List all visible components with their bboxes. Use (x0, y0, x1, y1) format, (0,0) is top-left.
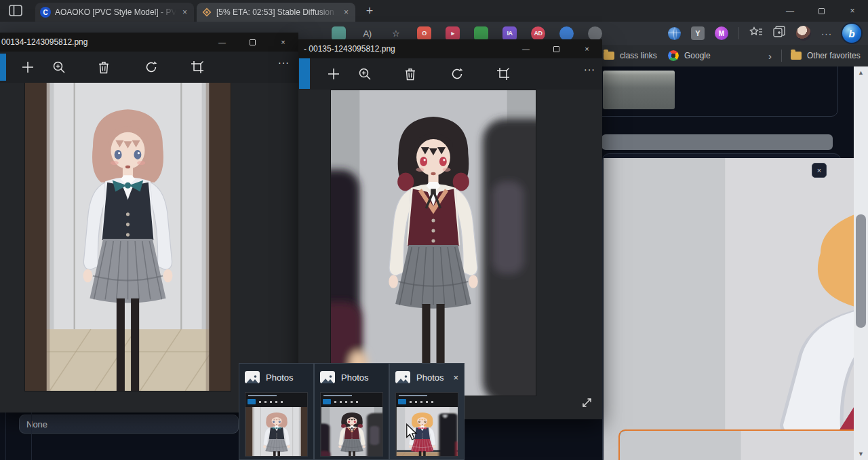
blue-extension-icon[interactable] (559, 26, 574, 41)
settings-more-icon[interactable]: ··· (821, 28, 832, 39)
favorite-google[interactable]: Google (668, 45, 711, 66)
teal-extension-icon[interactable] (332, 26, 346, 41)
preview-app-label: Photos (416, 372, 443, 383)
sd-style-dropdown[interactable]: None (19, 415, 239, 434)
sd-gallery-close-button[interactable]: × (812, 163, 827, 178)
desktop: C AOAOKO [PVC Style Model] - PV × [5% ET… (0, 0, 868, 460)
maximize-button[interactable] (541, 39, 572, 58)
gray-extension-icon[interactable] (588, 26, 602, 41)
other-favorites-label: Other favorites (807, 51, 861, 60)
page-scrollbar[interactable]: ▲ ▼ (854, 66, 868, 460)
taskbar-preview-photos-1[interactable]: Photos (239, 363, 314, 460)
mini-see-all-button (398, 399, 406, 404)
read-aloud-extension-icon[interactable]: A) (360, 26, 374, 41)
preview-thumbnail (245, 407, 307, 457)
dropdown-value: None (26, 419, 47, 429)
expand-icon[interactable] (580, 396, 593, 409)
minimize-button[interactable]: — (511, 39, 541, 58)
close-button[interactable]: × (837, 0, 868, 22)
mini-see-all-button (323, 399, 331, 404)
sd-interrupt-button[interactable] (603, 71, 675, 109)
crop-icon[interactable] (496, 66, 511, 81)
mouse-cursor (406, 423, 418, 442)
preview-mini-window[interactable] (245, 392, 308, 457)
minimize-button[interactable]: — (774, 0, 806, 22)
mini-title-text (399, 395, 427, 396)
add-to-icon[interactable] (326, 66, 341, 81)
restore-button[interactable] (806, 0, 837, 22)
add-to-icon[interactable] (20, 60, 35, 75)
taskbar-preview-photos-2[interactable]: Photos (314, 363, 389, 460)
see-more-icon[interactable]: ··· (584, 64, 595, 75)
preview-mini-window[interactable] (320, 392, 383, 457)
crop-icon[interactable] (190, 60, 205, 75)
browser-tab-civitai[interactable]: C AOAOKO [PVC Style Model] - PV × (35, 3, 194, 22)
preview-thumbnail (321, 407, 382, 457)
sd-border-line (5, 413, 6, 460)
minimize-button[interactable]: — (207, 33, 237, 52)
close-button[interactable]: × (572, 39, 602, 58)
browser-tab-bar: C AOAOKO [PVC Style Model] - PV × [5% ET… (0, 0, 868, 22)
sd-gallery-thumbnail-selected[interactable] (618, 429, 868, 460)
delete-icon[interactable] (96, 60, 111, 75)
y-extension-icon[interactable]: Y (691, 26, 705, 40)
favorites-icon[interactable] (749, 26, 763, 41)
orange-o-extension-icon[interactable]: O (417, 26, 431, 41)
favorites-overflow-chevron[interactable]: › (768, 45, 772, 66)
taskbar-preview-photos-3[interactable]: Photos × (389, 363, 465, 460)
photo-image-00134 (25, 83, 231, 391)
photos-title-bar[interactable]: 00134-1243095812.png — × (0, 33, 298, 52)
rotate-icon[interactable] (450, 66, 465, 81)
sd-progress-bar (601, 134, 833, 150)
bookmark-star-extension-icon[interactable]: ☆ (389, 26, 403, 41)
tab-close-icon[interactable]: × (342, 7, 351, 17)
favorite-label: class links (620, 51, 657, 60)
civitai-favicon-icon: C (40, 7, 51, 18)
photos-app-icon (320, 371, 335, 383)
bing-discover-icon[interactable]: b (842, 24, 861, 43)
tab-title: [5% ETA: 02:53] Stable Diffusion (216, 7, 338, 17)
tab-title: AOAOKO [PVC Style Model] - PV (55, 7, 176, 17)
preview-close-icon[interactable]: × (453, 372, 458, 383)
photos-window-title: 00134-1243095812.png (1, 37, 87, 47)
green-extension-icon[interactable] (474, 26, 488, 41)
red-extension-icon[interactable]: ▸ (446, 26, 460, 41)
m-extension-icon[interactable]: M (715, 26, 728, 40)
scroll-down-icon[interactable]: ▼ (854, 451, 868, 457)
profile-avatar[interactable] (796, 26, 811, 41)
photos-window-title: - 00135-1243095812.png (304, 44, 395, 54)
preview-mini-window[interactable] (395, 392, 458, 457)
tab-actions-button[interactable] (9, 5, 22, 16)
folder-icon (604, 52, 614, 60)
see-more-icon[interactable]: ··· (278, 57, 290, 68)
stable-diffusion-favicon-icon (201, 7, 212, 18)
rotate-icon[interactable] (144, 60, 159, 75)
new-tab-button[interactable]: + (361, 3, 378, 19)
mini-see-all-button (248, 399, 256, 404)
favorite-class-links[interactable]: class links (604, 45, 657, 66)
see-all-photos-button[interactable] (299, 58, 310, 89)
delete-icon[interactable] (403, 66, 418, 81)
tab-close-icon[interactable]: × (180, 7, 189, 17)
maximize-button[interactable] (237, 33, 268, 52)
close-button[interactable]: × (268, 33, 298, 52)
sd-gallery-image[interactable] (604, 158, 868, 460)
globe-extension-icon[interactable] (668, 27, 681, 40)
scroll-up-icon[interactable]: ▲ (854, 69, 868, 76)
preview-app-label: Photos (341, 372, 368, 383)
collections-icon[interactable] (773, 26, 786, 41)
ia-extension-icon[interactable]: IA (502, 26, 517, 41)
zoom-icon[interactable] (357, 66, 372, 81)
sd-border-line (31, 413, 32, 460)
photos-title-bar[interactable]: - 00135-1243095812.png — × (298, 39, 602, 58)
toolbar-right-icons: Y M ··· b (668, 22, 861, 45)
ad-extension-icon[interactable]: AD (531, 26, 545, 41)
photo-image-00135 (331, 90, 536, 396)
favorite-label: Google (684, 51, 711, 60)
photos-app-icon (395, 371, 410, 383)
browser-tab-stable-diffusion[interactable]: [5% ETA: 02:53] Stable Diffusion × (197, 3, 355, 22)
see-all-photos-button[interactable] (0, 54, 6, 81)
other-favorites[interactable]: Other favorites (791, 45, 861, 66)
scrollbar-thumb[interactable] (856, 214, 866, 328)
zoom-icon[interactable] (52, 60, 66, 75)
